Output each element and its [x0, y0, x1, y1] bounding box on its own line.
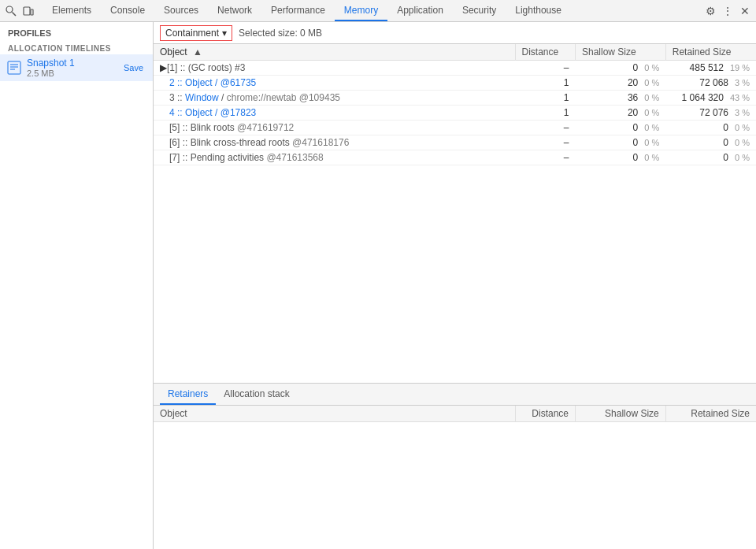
tab-retainers[interactable]: Retainers: [160, 383, 216, 405]
cell-retained-size: 00 %: [665, 150, 756, 165]
cell-object: ▶[1] :: (GC roots) #3: [154, 61, 515, 76]
cell-distance: –: [515, 150, 576, 165]
content-area: Containment ▾ Selected size: 0 MB Object…: [154, 22, 756, 549]
table-body: ▶[1] :: (GC roots) #3–00 %485 51219 %2 :…: [154, 61, 756, 165]
tab-sources[interactable]: Sources: [154, 0, 208, 21]
snapshot-icon: [6, 60, 22, 76]
tab-allocation-stack[interactable]: Allocation stack: [216, 383, 297, 405]
table-row[interactable]: 4 :: Object / @178231200 %72 0763 %: [154, 106, 756, 121]
cell-object: [5] :: Blink roots @471619712: [154, 121, 515, 135]
svg-rect-3: [31, 9, 33, 15]
tab-performance[interactable]: Performance: [261, 0, 335, 21]
bottom-col-shallow: Shallow Size: [576, 406, 666, 422]
bottom-col-object: Object: [154, 406, 515, 422]
cell-object: 4 :: Object / @17823: [154, 106, 515, 121]
svg-point-0: [6, 6, 13, 13]
cell-shallow-size: 00 %: [576, 150, 666, 165]
cell-shallow-size: 360 %: [576, 91, 666, 106]
bottom-col-retained: Retained Size: [665, 406, 756, 422]
tab-lighthouse[interactable]: Lighthouse: [506, 0, 571, 21]
tab-elements[interactable]: Elements: [43, 0, 101, 21]
col-object[interactable]: Object ▲: [154, 44, 515, 61]
cell-retained-size: 485 51219 %: [665, 61, 756, 76]
cell-shallow-size: 200 %: [576, 106, 666, 121]
tab-memory[interactable]: Memory: [335, 0, 387, 21]
cell-retained-size: 72 0683 %: [665, 76, 756, 91]
topbar-right-icons: ⚙ ⋮ ✕: [702, 3, 753, 19]
cell-distance: 1: [515, 91, 576, 106]
selected-size-label: Selected size: 0 MB: [239, 28, 322, 39]
containment-dropdown[interactable]: Containment ▾: [160, 25, 232, 41]
tab-security[interactable]: Security: [453, 0, 506, 21]
bottom-table-area: Object Distance Shallow Size Retained Si…: [154, 406, 756, 549]
bottom-table: Object Distance Shallow Size Retained Si…: [154, 406, 756, 422]
cell-retained-size: 1 064 32043 %: [665, 91, 756, 106]
cell-distance: –: [515, 121, 576, 135]
containment-label: Containment: [165, 28, 219, 39]
cell-distance: 1: [515, 76, 576, 91]
table-row[interactable]: 2 :: Object / @617351200 %72 0683 %: [154, 76, 756, 91]
col-shallow-size[interactable]: Shallow Size: [576, 44, 666, 61]
devtools-topbar: Elements Console Sources Network Perform…: [0, 0, 756, 22]
table-row[interactable]: [6] :: Blink cross-thread roots @4716181…: [154, 135, 756, 150]
expand-arrow-icon[interactable]: ▶: [160, 62, 167, 73]
heap-table: Object ▲ Distance Shallow Size Retained …: [154, 44, 756, 165]
cell-distance: –: [515, 61, 576, 76]
cell-object: 3 :: Window / chrome://newtab @109435: [154, 91, 515, 106]
dropdown-arrow-icon: ▾: [222, 28, 227, 39]
snapshot-name: Snapshot 1: [27, 57, 120, 69]
topbar-icons: [3, 3, 36, 19]
col-distance[interactable]: Distance: [515, 44, 576, 61]
cell-retained-size: 72 0763 %: [665, 106, 756, 121]
device-toggle-icon[interactable]: [20, 3, 36, 19]
table-header-row: Object ▲ Distance Shallow Size Retained …: [154, 44, 756, 61]
snapshot-item[interactable]: Snapshot 1 2.5 MB Save: [0, 54, 153, 81]
inspect-icon[interactable]: [3, 3, 19, 19]
cell-shallow-size: 00 %: [576, 135, 666, 150]
sidebar-section-title: ALLOCATION TIMELINES: [0, 41, 153, 54]
save-button[interactable]: Save: [120, 63, 146, 72]
svg-line-1: [13, 12, 17, 16]
table-row[interactable]: [7] :: Pending activities @471613568–00 …: [154, 150, 756, 165]
main-layout: Profiles ALLOCATION TIMELINES Snapshot 1…: [0, 22, 756, 549]
bottom-header-row: Object Distance Shallow Size Retained Si…: [154, 406, 756, 422]
sidebar: Profiles ALLOCATION TIMELINES Snapshot 1…: [0, 22, 154, 549]
bottom-tabs: Retainers Allocation stack: [154, 384, 756, 406]
table-row[interactable]: 3 :: Window / chrome://newtab @109435136…: [154, 91, 756, 106]
cell-shallow-size: 200 %: [576, 76, 666, 91]
more-options-icon[interactable]: ⋮: [720, 3, 736, 19]
svg-rect-4: [8, 61, 20, 74]
cell-object: [6] :: Blink cross-thread roots @4716181…: [154, 135, 515, 150]
snapshot-info: Snapshot 1 2.5 MB: [27, 57, 120, 78]
content-toolbar: Containment ▾ Selected size: 0 MB: [154, 22, 756, 44]
tab-application[interactable]: Application: [387, 0, 453, 21]
sidebar-profiles-title: Profiles: [0, 22, 153, 41]
cell-distance: –: [515, 135, 576, 150]
cell-retained-size: 00 %: [665, 135, 756, 150]
tab-console[interactable]: Console: [101, 0, 154, 21]
main-tabs: Elements Console Sources Network Perform…: [43, 0, 699, 21]
upper-table-area: Object ▲ Distance Shallow Size Retained …: [154, 44, 756, 384]
close-devtools-icon[interactable]: ✕: [737, 3, 753, 19]
cell-object: [7] :: Pending activities @471613568: [154, 150, 515, 165]
snapshot-size: 2.5 MB: [27, 69, 120, 78]
cell-distance: 1: [515, 106, 576, 121]
cell-shallow-size: 00 %: [576, 121, 666, 135]
bottom-pane: Retainers Allocation stack Object Distan…: [154, 384, 756, 549]
bottom-col-distance: Distance: [515, 406, 576, 422]
cell-retained-size: 00 %: [665, 121, 756, 135]
svg-rect-2: [24, 7, 30, 15]
cell-object: 2 :: Object / @61735: [154, 76, 515, 91]
cell-shallow-size: 00 %: [576, 61, 666, 76]
col-retained-size[interactable]: Retained Size: [665, 44, 756, 61]
table-row[interactable]: ▶[1] :: (GC roots) #3–00 %485 51219 %: [154, 61, 756, 76]
table-row[interactable]: [5] :: Blink roots @471619712–00 %00 %: [154, 121, 756, 135]
settings-icon[interactable]: ⚙: [702, 3, 718, 19]
sort-arrow-icon: ▲: [193, 46, 202, 57]
tab-network[interactable]: Network: [208, 0, 261, 21]
